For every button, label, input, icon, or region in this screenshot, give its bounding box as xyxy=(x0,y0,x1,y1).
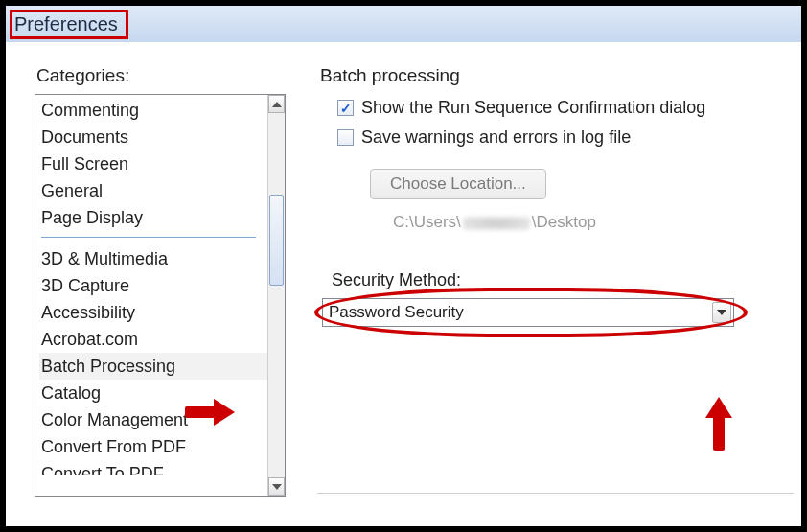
chevron-down-icon xyxy=(717,310,726,315)
checkbox-show-confirmation-label: Show the Run Sequence Confirmation dialo… xyxy=(361,98,705,118)
security-method-value: Password Security xyxy=(329,303,712,322)
list-item[interactable]: General xyxy=(39,177,267,204)
scroll-down-button[interactable] xyxy=(268,477,285,496)
log-file-path: C:\Users\\Desktop xyxy=(393,213,790,232)
list-item[interactable]: Accessibility xyxy=(39,299,267,326)
dropdown-button[interactable] xyxy=(712,302,731,323)
list-item[interactable]: 3D & Multimedia xyxy=(39,245,267,272)
security-method-dropdown[interactable]: Password Security xyxy=(322,298,734,327)
list-item[interactable]: Batch Processing xyxy=(39,353,267,380)
list-item[interactable]: Documents xyxy=(39,124,267,150)
titlebar: Preferences xyxy=(6,6,801,42)
choose-location-button[interactable]: Choose Location... xyxy=(370,169,546,199)
list-item[interactable]: Convert To PDF xyxy=(39,460,267,475)
list-item[interactable]: Page Display xyxy=(39,204,267,231)
path-prefix: C:\Users\ xyxy=(393,213,461,231)
divider xyxy=(317,493,794,494)
checkbox-save-log-label: Save warnings and errors in log file xyxy=(361,127,631,148)
scroll-thumb[interactable] xyxy=(269,195,284,286)
list-item[interactable]: 3D Capture xyxy=(39,272,267,299)
checkbox-show-confirmation[interactable] xyxy=(337,100,354,116)
path-suffix: \Desktop xyxy=(532,213,596,231)
categories-listbox[interactable]: CommentingDocumentsFull ScreenGeneralPag… xyxy=(35,94,286,497)
list-item[interactable]: Acrobat.com xyxy=(39,326,267,353)
window-title: Preferences xyxy=(10,10,128,39)
categories-heading: Categories: xyxy=(36,65,288,86)
list-item[interactable]: Convert From PDF xyxy=(39,433,267,460)
security-method-label: Security Method: xyxy=(332,270,790,290)
section-title: Batch processing xyxy=(320,65,790,86)
list-item[interactable]: Commenting xyxy=(39,97,267,124)
checkbox-save-log[interactable] xyxy=(337,129,354,146)
redacted-username xyxy=(463,217,530,230)
settings-pane: Batch processing Show the Run Sequence C… xyxy=(293,50,801,526)
scroll-track[interactable] xyxy=(268,113,285,496)
categories-pane: Categories: CommentingDocumentsFull Scre… xyxy=(6,50,293,526)
list-separator xyxy=(41,237,256,238)
scrollbar[interactable] xyxy=(267,95,286,496)
scroll-up-button[interactable] xyxy=(268,95,285,113)
list-item[interactable]: Full Screen xyxy=(39,150,267,177)
